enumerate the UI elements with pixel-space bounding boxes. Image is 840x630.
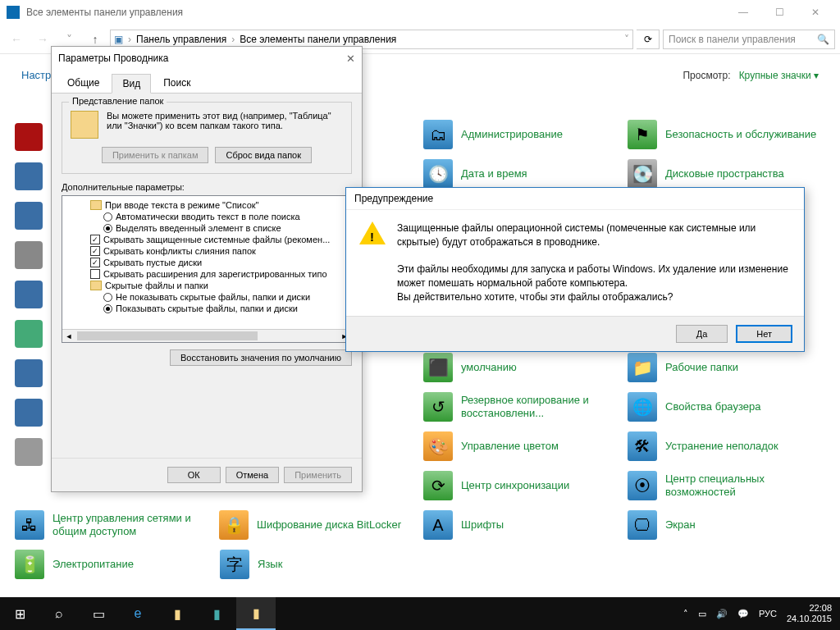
pc-icon: ▣ — [114, 34, 123, 45]
cp-item-default[interactable]: ⬛умолчанию — [420, 348, 624, 387]
sync-icon: ⟳ — [423, 471, 453, 500]
volume-icon[interactable]: 🔊 — [716, 609, 728, 619]
cp-item-display[interactable]: 🖵Экран — [624, 505, 829, 545]
warning-title: Предупреждение — [346, 188, 804, 210]
start-button[interactable]: ⊞ — [0, 597, 39, 630]
strip-icon[interactable] — [15, 241, 43, 269]
dialog-close-button[interactable]: ✕ — [346, 52, 355, 65]
window-title: Все элементы панели управления — [26, 7, 725, 18]
lock-icon: 🔒 — [219, 510, 249, 540]
radio-unchecked[interactable] — [103, 212, 112, 221]
tab-general[interactable]: Общие — [57, 73, 110, 93]
restore-defaults-button[interactable]: Восстановить значения по умолчанию — [170, 349, 352, 366]
app-button[interactable]: ▮ — [197, 597, 236, 630]
group-description: Вы можете применить этот вид (например, … — [107, 111, 343, 130]
horizontal-scrollbar[interactable]: ◄► — [62, 329, 351, 342]
cp-item-security[interactable]: ⚑Безопасность и обслуживание — [624, 115, 829, 154]
clock-icon: 🕓 — [423, 159, 453, 189]
cp-item-bitlocker[interactable]: 🔒Шифрование диска BitLocker — [216, 505, 420, 545]
no-button[interactable]: Нет — [736, 325, 792, 343]
apply-to-folders-button[interactable]: Применить к папкам — [102, 147, 209, 163]
explorer-active-button[interactable]: ▮ — [236, 597, 276, 630]
apply-button[interactable]: Применить — [284, 467, 352, 483]
maximize-button[interactable]: ☐ — [761, 0, 797, 25]
notifications-icon[interactable]: 💬 — [737, 609, 749, 619]
close-button[interactable]: ✕ — [797, 0, 833, 25]
cp-item-fonts[interactable]: AШрифты — [420, 505, 624, 545]
battery-icon: 🔋 — [15, 550, 44, 579]
warning-icon — [359, 221, 386, 246]
backup-icon: ↺ — [423, 392, 453, 422]
radio-checked[interactable] — [103, 304, 112, 313]
cp-item-browser[interactable]: 🌐Свойства браузера — [624, 387, 829, 427]
advanced-label: Дополнительные параметры: — [62, 182, 352, 192]
tab-search[interactable]: Поиск — [153, 73, 201, 93]
admin-tools-icon: 🗂 — [423, 120, 453, 149]
radio-checked[interactable] — [103, 224, 112, 233]
programs-icon: ⬛ — [423, 353, 453, 382]
flash-icon[interactable] — [15, 123, 43, 151]
strip-icon[interactable] — [15, 359, 43, 387]
checkbox-unchecked[interactable] — [90, 269, 100, 279]
strip-icon[interactable] — [15, 320, 43, 348]
checkbox-checked[interactable] — [90, 246, 100, 256]
task-view-button[interactable]: ▭ — [79, 597, 118, 630]
breadcrumb-part[interactable]: Панель управления — [136, 34, 226, 45]
cp-item-workfolders[interactable]: 📁Рабочие папки — [624, 348, 829, 387]
network-icon: 🖧 — [15, 510, 44, 540]
strip-icon[interactable] — [15, 438, 43, 466]
ok-button[interactable]: ОК — [167, 467, 221, 483]
cp-item-accessibility[interactable]: ⦿Центр специальных возможностей — [624, 466, 829, 505]
cp-item-color[interactable]: 🎨Управление цветом — [420, 427, 624, 466]
group-title: Представление папок — [69, 96, 167, 106]
accessibility-icon: ⦿ — [628, 471, 657, 500]
radio-unchecked[interactable] — [103, 293, 112, 302]
dialog-title: Параметры Проводника — [58, 52, 168, 64]
disk-icon: 💽 — [628, 159, 657, 189]
cp-item-admin[interactable]: 🗂Администрирование — [420, 115, 624, 154]
search-box[interactable]: Поиск в панели управления 🔍 — [663, 30, 835, 49]
globe-icon: 🌐 — [628, 392, 657, 422]
network-icon[interactable]: ▭ — [698, 609, 706, 619]
search-button[interactable]: ⌕ — [39, 597, 79, 630]
folder-icon — [90, 200, 102, 210]
fonts-icon: A — [423, 510, 453, 540]
folder-icon: 📁 — [628, 353, 657, 382]
cp-item-network[interactable]: 🖧Центр управления сетями и общим доступо… — [11, 505, 216, 545]
refresh-button[interactable]: ⟳ — [637, 30, 660, 49]
cp-item-language[interactable]: 字Язык — [217, 545, 422, 584]
strip-icon[interactable] — [15, 281, 43, 308]
tray-chevron-icon[interactable]: ˄ — [683, 609, 688, 619]
tab-view[interactable]: Вид — [112, 74, 151, 94]
cp-item-troubleshoot[interactable]: 🛠Устранение неполадок — [624, 427, 829, 466]
strip-icon[interactable] — [15, 202, 43, 230]
addr-dropdown-icon[interactable]: ˅ — [624, 34, 629, 45]
search-icon: 🔍 — [817, 34, 829, 45]
explorer-button[interactable]: ▮ — [158, 597, 197, 630]
monitor-icon: 🖵 — [628, 510, 657, 540]
warning-dialog: Предупреждение Защищенные файлы операцио… — [345, 187, 805, 352]
back-button[interactable]: ← — [5, 28, 28, 51]
strip-icon[interactable] — [15, 162, 43, 190]
cp-item-backup[interactable]: ↺Резервное копирование и восстановлени..… — [420, 387, 624, 427]
checkbox-checked[interactable] — [90, 235, 100, 244]
advanced-settings-list[interactable]: При вводе текста в режиме "Список" Автом… — [62, 195, 352, 343]
taskbar: ⊞ ⌕ ▭ e ▮ ▮ ▮ ˄ ▭ 🔊 💬 РУС 22:08 24.10.20… — [0, 597, 840, 630]
folder-views-group: Представление папок Вы можете применить … — [62, 102, 352, 174]
yes-button[interactable]: Да — [676, 325, 728, 343]
cp-item-sync[interactable]: ⟳Центр синхронизации — [420, 466, 624, 505]
minimize-button[interactable]: — — [725, 0, 761, 25]
reset-folders-button[interactable]: Сброс вида папок — [215, 147, 312, 163]
tab-strip: Общие Вид Поиск — [52, 70, 362, 94]
app-icon — [7, 6, 20, 19]
language-indicator[interactable]: РУС — [759, 609, 777, 619]
edge-button[interactable]: e — [118, 597, 158, 630]
system-tray: ˄ ▭ 🔊 💬 РУС 22:08 24.10.2015 — [675, 603, 840, 624]
clock[interactable]: 22:08 24.10.2015 — [787, 603, 832, 624]
breadcrumb-part[interactable]: Все элементы панели управления — [240, 34, 396, 45]
checkbox-checked[interactable] — [90, 258, 100, 267]
cp-item-power[interactable]: 🔋Электропитание — [11, 545, 217, 584]
strip-icon[interactable] — [15, 399, 43, 427]
view-mode-link[interactable]: Крупные значки ▾ — [739, 70, 819, 81]
cancel-button[interactable]: Отмена — [226, 467, 279, 483]
